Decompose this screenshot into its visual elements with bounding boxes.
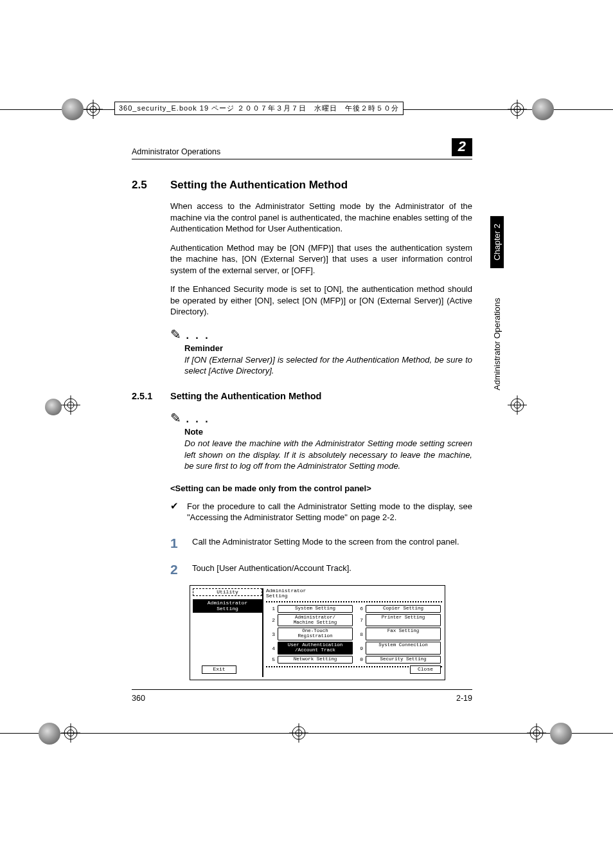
registration-mark-icon bbox=[527, 723, 546, 743]
menu-item-number: 6 bbox=[355, 606, 363, 611]
menu-item-button[interactable]: System Setting bbox=[278, 605, 353, 613]
registration-mark-icon bbox=[289, 723, 308, 743]
menu-item-number: 0 bbox=[355, 656, 363, 662]
page-footer: 360 2-19 bbox=[132, 689, 472, 703]
menu-item-button[interactable]: User Authentication /Account Track bbox=[278, 642, 353, 655]
menu-item-number: 1 bbox=[267, 606, 275, 611]
page-body: Administrator Operations 2 2.5 Setting t… bbox=[132, 138, 472, 680]
section-heading: 2.5 Setting the Authentication Method bbox=[132, 179, 472, 192]
checklist-text: For the procedure to call the Administra… bbox=[187, 501, 472, 523]
control-panel-figure: Utility Administrator Setting Exit Admin… bbox=[190, 585, 445, 680]
footer-right: 2-19 bbox=[456, 694, 472, 703]
registration-mark-icon bbox=[508, 395, 527, 415]
printer-mark-ball bbox=[62, 98, 84, 120]
ellipsis-icon: . . . bbox=[181, 413, 210, 424]
checklist-item: ✔ For the procedure to call the Administ… bbox=[170, 501, 472, 523]
step-2: 2 Touch [User Authentication/Account Tra… bbox=[170, 563, 472, 576]
menu-item-number: 5 bbox=[267, 656, 275, 662]
menu-item-number: 8 bbox=[355, 631, 363, 637]
panel-right-column: Administrator Setting 1System Setting6Co… bbox=[266, 588, 442, 677]
paragraph: If the Enhanced Security mode is set to … bbox=[170, 284, 472, 318]
menu-item-number: 2 bbox=[267, 617, 275, 623]
close-button[interactable]: Close bbox=[410, 665, 441, 673]
printer-mark-ball bbox=[532, 98, 554, 120]
step-text: Call the Administrator Setting Mode to t… bbox=[192, 536, 472, 548]
panel-header: Administrator Setting bbox=[266, 588, 442, 599]
printer-mark-ball bbox=[45, 399, 62, 415]
step-number: 2 bbox=[170, 563, 192, 576]
printer-mark-ball bbox=[550, 723, 572, 745]
reminder-label: Reminder bbox=[184, 343, 472, 353]
section-title: Setting the Authentication Method bbox=[170, 179, 348, 192]
paragraph: Authentication Method may be [ON (MFP)] … bbox=[170, 242, 472, 276]
running-head-title: Administrator Operations bbox=[132, 147, 220, 156]
menu-item-button[interactable]: Administrator/ Machine Setting bbox=[278, 614, 353, 627]
note-body: Do not leave the machine with the Admini… bbox=[184, 438, 472, 472]
step-1: 1 Call the Administrator Setting Mode to… bbox=[170, 536, 472, 550]
menu-item-button[interactable]: System Connection bbox=[366, 642, 441, 655]
menu-item-button[interactable]: Copier Setting bbox=[366, 605, 441, 613]
menu-item-button[interactable]: Printer Setting bbox=[366, 614, 441, 627]
section-number: 2.5 bbox=[132, 179, 170, 192]
menu-item-number: 7 bbox=[355, 617, 363, 623]
utility-button[interactable]: Utility bbox=[193, 588, 262, 596]
menu-grid: 1System Setting6Copier Setting2Administr… bbox=[266, 601, 442, 667]
menu-item-button[interactable]: Fax Setting bbox=[366, 628, 441, 640]
footer-left: 360 bbox=[132, 694, 145, 703]
note-icon: ✎ bbox=[170, 327, 181, 341]
side-tab-section: Administrator Operations bbox=[490, 289, 504, 399]
menu-item-button[interactable]: One-Touch Registration bbox=[278, 628, 353, 640]
registration-mark-icon bbox=[61, 395, 80, 415]
ellipsis-icon: . . . bbox=[181, 330, 210, 341]
menu-item-button[interactable]: Network Setting bbox=[278, 656, 353, 664]
reminder-body: If [ON (External Server)] is selected fo… bbox=[184, 354, 472, 377]
admin-setting-button[interactable]: Administrator Setting bbox=[193, 599, 262, 613]
registration-mark-icon bbox=[84, 100, 103, 119]
menu-item-number: 3 bbox=[267, 631, 275, 637]
menu-item-number: 4 bbox=[267, 646, 275, 651]
exit-button[interactable]: Exit bbox=[202, 665, 236, 673]
note-label: Note bbox=[184, 427, 472, 437]
registration-mark-icon bbox=[61, 723, 80, 743]
check-icon: ✔ bbox=[170, 501, 187, 523]
subsection-heading: 2.5.1 Setting the Authentication Method bbox=[132, 391, 472, 401]
control-panel-hint: <Setting can be made only from the contr… bbox=[170, 484, 472, 493]
note-callout: ✎ . . . Note Do not leave the machine wi… bbox=[170, 410, 472, 472]
print-job-header: 360_security_E.book 19 ページ ２００７年３月７日 水曜日… bbox=[114, 102, 404, 115]
running-head: Administrator Operations 2 bbox=[132, 138, 472, 159]
printer-mark-ball bbox=[39, 723, 60, 745]
subsection-number: 2.5.1 bbox=[132, 391, 170, 401]
side-tab-chapter: Chapter 2 bbox=[490, 216, 504, 268]
reminder-callout: ✎ . . . Reminder If [ON (External Server… bbox=[170, 327, 472, 377]
note-icon: ✎ bbox=[170, 411, 181, 425]
registration-mark-icon bbox=[508, 100, 527, 119]
panel-left-column: Utility Administrator Setting Exit bbox=[193, 588, 263, 677]
menu-item-number: 9 bbox=[355, 646, 363, 651]
menu-item-button[interactable]: Security Setting bbox=[366, 656, 441, 664]
subsection-title: Setting the Authentication Method bbox=[170, 391, 321, 401]
chapter-number-box: 2 bbox=[452, 138, 472, 156]
step-number: 1 bbox=[170, 536, 192, 550]
paragraph: When access to the Administrator Setting… bbox=[170, 201, 472, 235]
step-text: Touch [User Authentication/Account Track… bbox=[192, 563, 472, 574]
